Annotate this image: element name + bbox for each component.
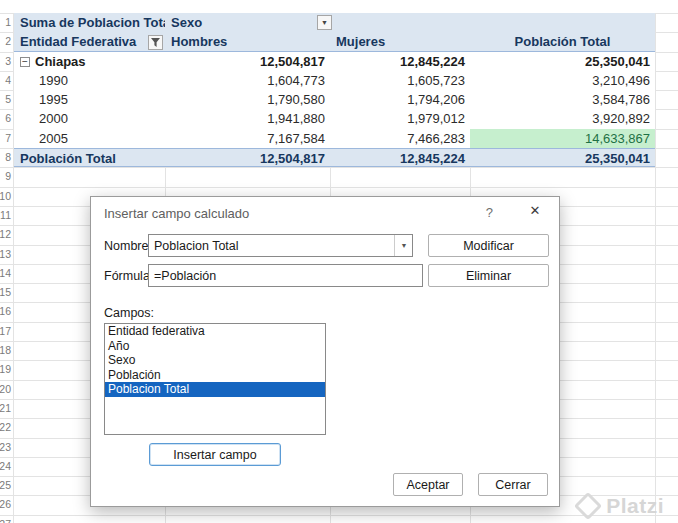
insertar-campo-button[interactable]: Insertar campo xyxy=(149,443,281,466)
cell-empty xyxy=(470,13,655,32)
cell-value[interactable]: 1,941,880 xyxy=(165,109,330,128)
cerrar-button[interactable]: Cerrar xyxy=(478,473,548,496)
cell-value[interactable]: 12,504,817 xyxy=(165,52,330,71)
cell-value[interactable]: 1,794,206 xyxy=(330,90,470,109)
cell-year-label[interactable]: 1990 xyxy=(14,71,165,90)
cell-poblacion-total-header[interactable]: Población Total xyxy=(470,32,655,50)
formula-input[interactable] xyxy=(148,264,423,287)
nombre-dropdown-button[interactable]: ▼ xyxy=(394,235,413,256)
collapse-icon[interactable]: − xyxy=(20,57,30,67)
platzi-logo-icon xyxy=(574,492,602,520)
cell-value[interactable]: 12,504,817 xyxy=(165,149,330,166)
sexo-dropdown-button[interactable]: ▼ xyxy=(317,15,332,30)
dialog-title: Insertar campo calculado xyxy=(104,206,249,221)
list-item[interactable]: Población xyxy=(105,368,325,383)
watermark-text: Platzi xyxy=(606,494,664,518)
entidad-federativa-filter-button[interactable] xyxy=(148,35,163,50)
cell-chiapas-label[interactable]: −Chiapas xyxy=(14,52,165,71)
pivot-row-1995: 1995 1,790,580 1,794,206 3,584,786 xyxy=(14,90,655,109)
cell-empty xyxy=(330,13,470,32)
cell-grand-total-label[interactable]: Población Total xyxy=(14,149,165,166)
cell-hombres-header[interactable]: Hombres xyxy=(165,32,330,50)
row-number-strip[interactable]: 1 2 3 4 5 6 7 8 9 10 11 12 13 14 15 16 1… xyxy=(0,13,11,523)
pivot-column-headers: Entidad Federativa Hombres Mujeres Pobla… xyxy=(14,32,655,51)
cell-value[interactable]: 25,350,041 xyxy=(470,52,655,71)
pivot-table: Suma de Poblacion Total Sexo Entidad Fed… xyxy=(14,13,655,167)
modificar-button[interactable]: Modificar xyxy=(428,234,549,257)
nombre-label: Nombre: xyxy=(104,239,152,253)
chevron-down-icon: ▼ xyxy=(401,242,408,249)
cell-values-caption[interactable]: Suma de Poblacion Total xyxy=(14,13,165,32)
cell-value[interactable]: 1,604,773 xyxy=(165,71,330,90)
cell-value[interactable]: 12,845,224 xyxy=(330,52,470,71)
cell-year-label[interactable]: 1995 xyxy=(14,90,165,109)
cell-value[interactable]: 7,466,283 xyxy=(330,129,470,148)
aceptar-button[interactable]: Aceptar xyxy=(393,473,463,496)
list-item[interactable]: Entidad federativa xyxy=(105,324,325,339)
cell-value[interactable]: 1,790,580 xyxy=(165,90,330,109)
cell-value[interactable]: 3,584,786 xyxy=(470,90,655,109)
pivot-row-2005: 2005 7,167,584 7,466,283 14,633,867 xyxy=(14,129,655,148)
campos-label: Campos: xyxy=(104,306,154,320)
cell-value[interactable]: 1,979,012 xyxy=(330,109,470,128)
help-icon[interactable]: ? xyxy=(486,205,493,220)
cell-entidad-federativa-header[interactable]: Entidad Federativa xyxy=(14,32,165,50)
nombre-combobox[interactable] xyxy=(148,234,413,257)
fields-listbox[interactable]: Entidad federativa Año Sexo Población Po… xyxy=(104,323,326,435)
pivot-row-field-header: Suma de Poblacion Total Sexo xyxy=(14,13,655,32)
filter-icon xyxy=(151,38,160,47)
cell-value[interactable]: 12,845,224 xyxy=(330,149,470,166)
cell-sexo-field[interactable]: Sexo xyxy=(165,13,330,32)
insert-calculated-field-dialog: Insertar campo calculado ? ✕ Nombre: ▼ M… xyxy=(90,196,560,507)
cell-mujeres-header[interactable]: Mujeres xyxy=(330,32,470,50)
close-icon[interactable]: ✕ xyxy=(517,197,553,224)
cell-value[interactable]: 3,920,892 xyxy=(470,109,655,128)
list-item[interactable]: Año xyxy=(105,339,325,354)
cell-value[interactable]: 7,167,584 xyxy=(165,129,330,148)
list-item[interactable]: Sexo xyxy=(105,353,325,368)
pivot-row-chiapas: −Chiapas 12,504,817 12,845,224 25,350,04… xyxy=(14,52,655,71)
chevron-down-icon: ▼ xyxy=(321,19,328,26)
cell-value-highlighted[interactable]: 14,633,867 xyxy=(470,129,655,148)
platzi-watermark: Platzi xyxy=(578,494,664,518)
chiapas-label: Chiapas xyxy=(35,54,86,69)
pivot-row-2000: 2000 1,941,880 1,979,012 3,920,892 xyxy=(14,109,655,128)
pivot-row-1990: 1990 1,604,773 1,605,723 3,210,496 xyxy=(14,71,655,90)
pivot-row-grand-total: Población Total 12,504,817 12,845,224 25… xyxy=(14,148,655,167)
cell-value[interactable]: 3,210,496 xyxy=(470,71,655,90)
gridline-col-e xyxy=(655,13,656,523)
cell-year-label[interactable]: 2000 xyxy=(14,109,165,128)
formula-label: Fórmula: xyxy=(104,269,153,283)
list-item-selected[interactable]: Poblacion Total xyxy=(105,382,325,397)
cell-year-label[interactable]: 2005 xyxy=(14,129,165,148)
eliminar-button[interactable]: Eliminar xyxy=(428,264,549,287)
cell-value[interactable]: 1,605,723 xyxy=(330,71,470,90)
cell-value[interactable]: 25,350,041 xyxy=(470,149,655,166)
